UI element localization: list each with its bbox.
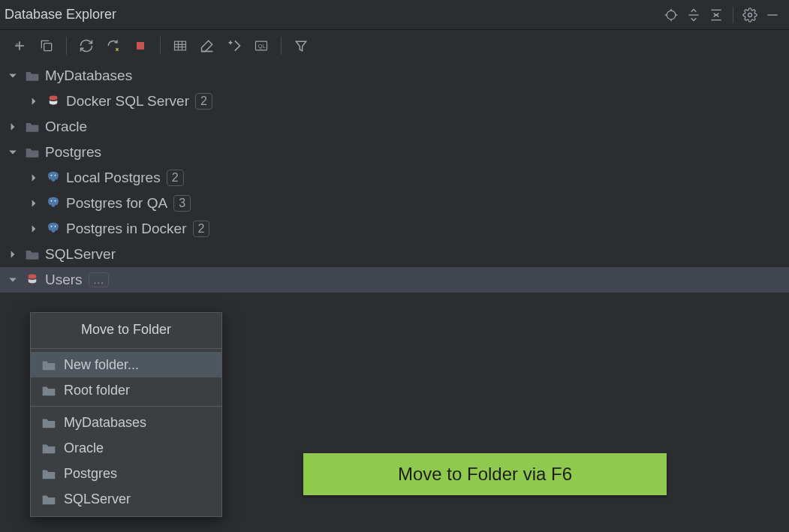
chevron-right-icon[interactable] [27, 199, 41, 208]
toolbar-separator [66, 37, 67, 55]
svg-point-30 [51, 226, 53, 227]
ellipsis-badge: … [89, 272, 109, 287]
minimize-icon[interactable] [762, 5, 783, 26]
chevron-right-icon[interactable] [27, 97, 41, 106]
postgres-icon [45, 221, 62, 237]
stop-button[interactable] [128, 34, 152, 58]
svg-rect-12 [44, 44, 52, 51]
target-icon[interactable] [661, 5, 682, 26]
menu-item-sqlserver[interactable]: SQLServer [31, 486, 221, 512]
tree-item-label: SQLServer [45, 246, 116, 263]
popup-separator [31, 406, 221, 407]
callout-text: Move to Folder via F6 [398, 464, 572, 485]
svg-point-28 [51, 200, 53, 202]
popup-separator [31, 348, 221, 349]
duplicate-button[interactable] [35, 34, 59, 58]
count-badge: 2 [195, 93, 212, 110]
expand-all-icon[interactable] [683, 5, 704, 26]
svg-point-26 [51, 175, 53, 176]
svg-rect-15 [175, 41, 186, 50]
tree-item-docker-sql-server[interactable]: Docker SQL Server 2 [0, 89, 789, 114]
diagnose-refresh-button[interactable] [101, 34, 125, 58]
menu-item-label: New folder... [64, 357, 139, 373]
menu-item-label: Root folder [64, 383, 130, 398]
folder-icon [24, 144, 41, 161]
count-badge: 3 [173, 195, 191, 212]
folder-icon [41, 359, 56, 371]
chevron-down-icon[interactable] [6, 71, 20, 80]
toolbar: QL [0, 30, 789, 62]
table-view-button[interactable] [168, 34, 192, 58]
menu-item-postgres[interactable]: Postgres [31, 461, 221, 486]
toolbar-separator [281, 37, 282, 55]
tree-item-oracle[interactable]: Oracle [0, 114, 789, 140]
tree-item-users[interactable]: Users … [0, 267, 789, 293]
tree: MyDatabases Docker SQL Server 2 Oracle P… [0, 62, 789, 293]
folder-icon [41, 384, 56, 397]
tree-item-label: Docker SQL Server [66, 93, 189, 110]
postgres-icon [45, 170, 62, 186]
tree-item-label: Postgres [45, 144, 101, 161]
tree-item-label: Postgres for QA [66, 195, 167, 212]
header-separator [733, 7, 733, 23]
menu-item-label: SQLServer [64, 491, 131, 507]
folder-icon [24, 246, 41, 263]
tree-item-postgres-docker[interactable]: Postgres in Docker 2 [0, 216, 789, 242]
folder-icon [24, 119, 41, 135]
svg-text:QL: QL [258, 43, 266, 50]
tree-item-label: Local Postgres [66, 170, 161, 186]
move-to-folder-popup: Move to Folder New folder... Root folder… [30, 312, 222, 517]
tree-item-local-postgres[interactable]: Local Postgres 2 [0, 165, 789, 191]
tree-item-label: Oracle [45, 119, 87, 135]
ql-console-button[interactable]: QL [249, 34, 273, 58]
tree-item-sqlserver[interactable]: SQLServer [0, 242, 789, 267]
folder-icon [41, 416, 56, 429]
chevron-right-icon[interactable] [6, 250, 20, 259]
svg-point-8 [748, 13, 752, 17]
gear-icon[interactable] [739, 5, 760, 26]
sqlserver-icon [45, 93, 62, 110]
tree-item-postgres[interactable]: Postgres [0, 140, 789, 165]
menu-item-root-folder[interactable]: Root folder [31, 377, 221, 403]
menu-item-label: MyDatabases [64, 415, 146, 431]
svg-marker-25 [296, 41, 306, 50]
tree-item-mydatabases[interactable]: MyDatabases [0, 63, 789, 89]
menu-item-mydatabases[interactable]: MyDatabases [31, 410, 221, 435]
jump-button[interactable] [222, 34, 246, 58]
header-icons [661, 5, 783, 26]
chevron-down-icon[interactable] [6, 148, 20, 157]
svg-point-31 [55, 226, 56, 227]
tree-item-label: Users [45, 272, 83, 288]
add-button[interactable] [8, 34, 32, 58]
menu-item-new-folder[interactable]: New folder... [31, 352, 221, 377]
postgres-icon [45, 195, 62, 212]
count-badge: 2 [167, 170, 184, 186]
panel-header: Database Explorer [0, 0, 789, 30]
svg-point-27 [55, 175, 56, 176]
toolbar-separator [160, 37, 161, 55]
menu-item-label: Oracle [64, 440, 104, 456]
tree-item-label: MyDatabases [45, 68, 132, 84]
annotation-callout: Move to Folder via F6 [303, 453, 667, 495]
panel-title: Database Explorer [5, 7, 661, 23]
count-badge: 2 [193, 221, 210, 237]
edit-ddl-button[interactable] [195, 34, 219, 58]
collapse-all-icon[interactable] [706, 5, 727, 26]
folder-icon [24, 68, 41, 84]
folder-icon [41, 442, 56, 455]
chevron-down-icon[interactable] [6, 275, 20, 284]
sqlserver-icon [24, 272, 41, 288]
folder-icon [41, 493, 56, 506]
menu-item-oracle[interactable]: Oracle [31, 435, 221, 461]
tree-item-postgres-qa[interactable]: Postgres for QA 3 [0, 191, 789, 216]
svg-point-0 [667, 11, 676, 20]
svg-rect-14 [137, 42, 144, 50]
popup-title: Move to Folder [31, 316, 221, 345]
filter-button[interactable] [289, 34, 313, 58]
chevron-right-icon[interactable] [27, 173, 41, 182]
chevron-right-icon[interactable] [27, 224, 41, 233]
tree-item-label: Postgres in Docker [66, 221, 187, 237]
chevron-right-icon[interactable] [6, 122, 20, 131]
menu-item-label: Postgres [64, 466, 117, 482]
refresh-button[interactable] [74, 34, 98, 58]
